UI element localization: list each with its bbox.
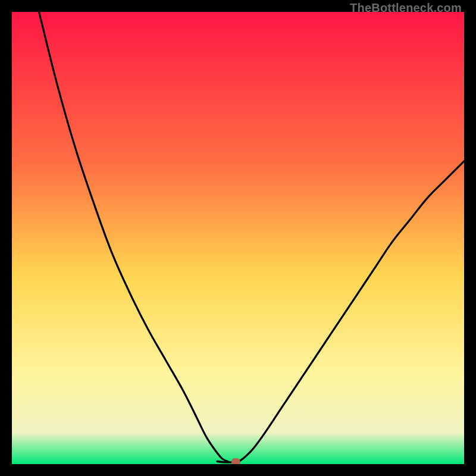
optimum-marker [231,459,240,464]
plot-area [12,12,464,464]
bottleneck-chart [12,12,464,464]
outer-frame: TheBottleneck.com [0,0,476,476]
